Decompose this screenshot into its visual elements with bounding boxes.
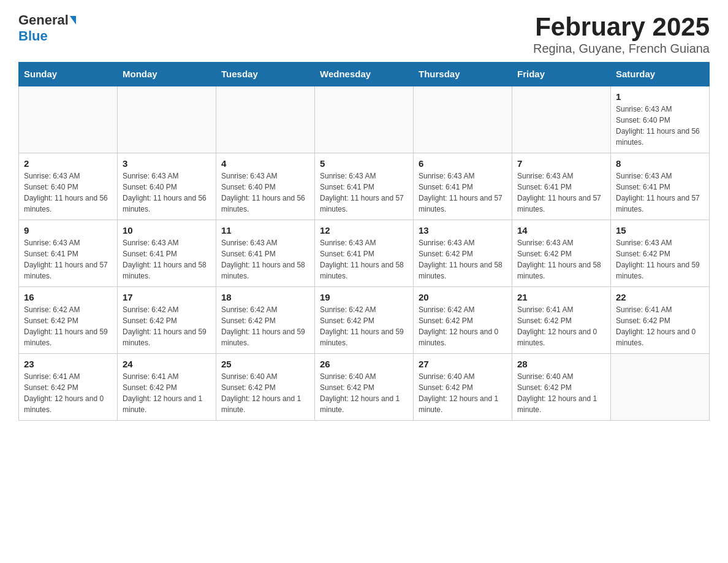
table-row: 4Sunrise: 6:43 AMSunset: 6:40 PMDaylight…: [216, 153, 315, 220]
day-info: Sunrise: 6:43 AMSunset: 6:41 PMDaylight:…: [320, 237, 408, 282]
table-row: 22Sunrise: 6:41 AMSunset: 6:42 PMDayligh…: [611, 287, 710, 354]
day-info: Sunrise: 6:42 AMSunset: 6:42 PMDaylight:…: [221, 304, 309, 348]
table-row: [19, 86, 118, 153]
day-number: 23: [24, 359, 112, 369]
table-row: 21Sunrise: 6:41 AMSunset: 6:42 PMDayligh…: [512, 287, 611, 354]
header-saturday: Saturday: [611, 63, 710, 86]
day-info: Sunrise: 6:41 AMSunset: 6:42 PMDaylight:…: [517, 304, 605, 348]
day-number: 24: [123, 359, 211, 369]
day-number: 6: [419, 158, 507, 169]
day-number: 28: [517, 359, 605, 369]
calendar-table: Sunday Monday Tuesday Wednesday Thursday…: [18, 62, 710, 421]
table-row: [414, 86, 512, 153]
table-row: [512, 86, 611, 153]
table-row: 7Sunrise: 6:43 AMSunset: 6:41 PMDaylight…: [512, 153, 611, 220]
calendar-week-row: 2Sunrise: 6:43 AMSunset: 6:40 PMDaylight…: [19, 153, 710, 220]
header-thursday: Thursday: [414, 63, 512, 86]
calendar-week-row: 16Sunrise: 6:42 AMSunset: 6:42 PMDayligh…: [19, 287, 710, 354]
day-number: 16: [24, 292, 112, 302]
table-row: 8Sunrise: 6:43 AMSunset: 6:41 PMDaylight…: [611, 153, 710, 220]
table-row: 28Sunrise: 6:40 AMSunset: 6:42 PMDayligh…: [512, 354, 611, 421]
day-number: 26: [320, 359, 408, 369]
day-info: Sunrise: 6:43 AMSunset: 6:41 PMDaylight:…: [320, 170, 408, 215]
table-row: 23Sunrise: 6:41 AMSunset: 6:42 PMDayligh…: [19, 354, 118, 421]
table-row: [216, 86, 315, 153]
day-info: Sunrise: 6:41 AMSunset: 6:42 PMDaylight:…: [123, 371, 211, 415]
day-number: 1: [616, 91, 704, 102]
logo-general-text: General: [18, 12, 69, 28]
table-row: 2Sunrise: 6:43 AMSunset: 6:40 PMDaylight…: [19, 153, 118, 220]
day-number: 27: [419, 359, 507, 369]
page-title: February 2025: [533, 12, 710, 42]
day-number: 11: [221, 225, 309, 236]
day-info: Sunrise: 6:43 AMSunset: 6:41 PMDaylight:…: [221, 237, 309, 282]
table-row: 13Sunrise: 6:43 AMSunset: 6:42 PMDayligh…: [414, 220, 512, 287]
table-row: 24Sunrise: 6:41 AMSunset: 6:42 PMDayligh…: [118, 354, 216, 421]
table-row: 19Sunrise: 6:42 AMSunset: 6:42 PMDayligh…: [315, 287, 414, 354]
day-info: Sunrise: 6:43 AMSunset: 6:40 PMDaylight:…: [24, 170, 112, 215]
day-number: 8: [616, 158, 704, 169]
header-wednesday: Wednesday: [315, 63, 414, 86]
day-number: 10: [123, 225, 211, 236]
header-tuesday: Tuesday: [216, 63, 315, 86]
day-info: Sunrise: 6:40 AMSunset: 6:42 PMDaylight:…: [320, 371, 408, 415]
day-info: Sunrise: 6:41 AMSunset: 6:42 PMDaylight:…: [616, 304, 704, 348]
day-number: 12: [320, 225, 408, 236]
day-number: 13: [419, 225, 507, 236]
table-row: 26Sunrise: 6:40 AMSunset: 6:42 PMDayligh…: [315, 354, 414, 421]
logo-blue-text: Blue: [18, 28, 48, 44]
table-row: 15Sunrise: 6:43 AMSunset: 6:42 PMDayligh…: [611, 220, 710, 287]
logo: General Blue: [18, 12, 76, 44]
day-number: 17: [123, 292, 211, 302]
day-info: Sunrise: 6:43 AMSunset: 6:40 PMDaylight:…: [221, 170, 309, 215]
day-number: 14: [517, 225, 605, 236]
day-number: 25: [221, 359, 309, 369]
day-number: 19: [320, 292, 408, 302]
table-row: 11Sunrise: 6:43 AMSunset: 6:41 PMDayligh…: [216, 220, 315, 287]
table-row: 5Sunrise: 6:43 AMSunset: 6:41 PMDaylight…: [315, 153, 414, 220]
logo-triangle-icon: [70, 16, 76, 25]
table-row: [611, 354, 710, 421]
calendar-week-row: 23Sunrise: 6:41 AMSunset: 6:42 PMDayligh…: [19, 354, 710, 421]
calendar-header-row: Sunday Monday Tuesday Wednesday Thursday…: [19, 63, 710, 86]
day-number: 18: [221, 292, 309, 302]
day-info: Sunrise: 6:43 AMSunset: 6:40 PMDaylight:…: [616, 104, 704, 148]
day-info: Sunrise: 6:43 AMSunset: 6:41 PMDaylight:…: [616, 170, 704, 215]
day-info: Sunrise: 6:40 AMSunset: 6:42 PMDaylight:…: [419, 371, 507, 415]
page-subtitle: Regina, Guyane, French Guiana: [533, 42, 710, 56]
day-number: 9: [24, 225, 112, 236]
day-info: Sunrise: 6:42 AMSunset: 6:42 PMDaylight:…: [320, 304, 408, 348]
table-row: 17Sunrise: 6:42 AMSunset: 6:42 PMDayligh…: [118, 287, 216, 354]
day-number: 22: [616, 292, 704, 302]
day-number: 5: [320, 158, 408, 169]
day-info: Sunrise: 6:43 AMSunset: 6:41 PMDaylight:…: [24, 237, 112, 282]
calendar-week-row: 9Sunrise: 6:43 AMSunset: 6:41 PMDaylight…: [19, 220, 710, 287]
header-friday: Friday: [512, 63, 611, 86]
table-row: 25Sunrise: 6:40 AMSunset: 6:42 PMDayligh…: [216, 354, 315, 421]
day-info: Sunrise: 6:41 AMSunset: 6:42 PMDaylight:…: [24, 371, 112, 415]
title-block: February 2025 Regina, Guyane, French Gui…: [533, 12, 710, 56]
day-info: Sunrise: 6:42 AMSunset: 6:42 PMDaylight:…: [24, 304, 112, 348]
calendar-week-row: 1Sunrise: 6:43 AMSunset: 6:40 PMDaylight…: [19, 86, 710, 153]
day-number: 4: [221, 158, 309, 169]
day-number: 15: [616, 225, 704, 236]
day-number: 21: [517, 292, 605, 302]
table-row: 10Sunrise: 6:43 AMSunset: 6:41 PMDayligh…: [118, 220, 216, 287]
day-info: Sunrise: 6:42 AMSunset: 6:42 PMDaylight:…: [419, 304, 507, 348]
header-monday: Monday: [118, 63, 216, 86]
table-row: 27Sunrise: 6:40 AMSunset: 6:42 PMDayligh…: [414, 354, 512, 421]
day-info: Sunrise: 6:42 AMSunset: 6:42 PMDaylight:…: [123, 304, 211, 348]
table-row: 20Sunrise: 6:42 AMSunset: 6:42 PMDayligh…: [414, 287, 512, 354]
table-row: 14Sunrise: 6:43 AMSunset: 6:42 PMDayligh…: [512, 220, 611, 287]
table-row: 18Sunrise: 6:42 AMSunset: 6:42 PMDayligh…: [216, 287, 315, 354]
day-info: Sunrise: 6:43 AMSunset: 6:41 PMDaylight:…: [419, 170, 507, 215]
day-number: 7: [517, 158, 605, 169]
table-row: 9Sunrise: 6:43 AMSunset: 6:41 PMDaylight…: [19, 220, 118, 287]
day-number: 20: [419, 292, 507, 302]
day-info: Sunrise: 6:43 AMSunset: 6:42 PMDaylight:…: [419, 237, 507, 282]
table-row: [315, 86, 414, 153]
day-info: Sunrise: 6:43 AMSunset: 6:40 PMDaylight:…: [123, 170, 211, 215]
day-number: 2: [24, 158, 112, 169]
day-info: Sunrise: 6:43 AMSunset: 6:41 PMDaylight:…: [517, 170, 605, 215]
table-row: 16Sunrise: 6:42 AMSunset: 6:42 PMDayligh…: [19, 287, 118, 354]
